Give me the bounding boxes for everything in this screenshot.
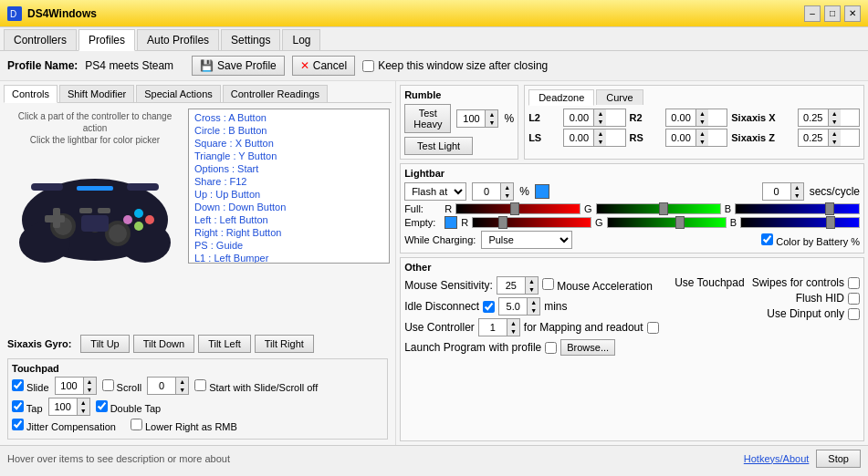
tab-shift-modifier[interactable]: Shift Modifier: [59, 85, 134, 102]
use-dinput-checkbox[interactable]: [848, 308, 860, 320]
sixaxis-z-spinbox[interactable]: ▲▼: [798, 129, 860, 147]
mouse-accel-label[interactable]: Mouse Acceleration: [542, 278, 653, 293]
sixaxis-z-input[interactable]: [799, 131, 828, 144]
controller-spinbox[interactable]: ▲▼: [478, 318, 520, 336]
color-by-battery-label[interactable]: Color by Battery %: [761, 233, 860, 247]
rumble-spin-down[interactable]: ▼: [485, 119, 497, 127]
sz-up[interactable]: ▲: [828, 129, 841, 138]
list-item[interactable]: PS : Guide: [191, 239, 387, 252]
tilt-up-button[interactable]: Tilt Up: [80, 335, 129, 353]
idle-disconnect-checkbox[interactable]: [483, 301, 495, 313]
tab-curve[interactable]: Curve: [596, 89, 643, 105]
jitter-checkbox-label[interactable]: Jitter Compensation: [12, 419, 116, 432]
tap-spinbox[interactable]: ▲ ▼: [48, 398, 90, 416]
maximize-button[interactable]: □: [824, 5, 841, 22]
ctrl-down[interactable]: ▼: [507, 327, 519, 336]
slide-value-input[interactable]: [56, 379, 83, 392]
ls-down[interactable]: ▼: [593, 138, 606, 146]
scroll-spin-up[interactable]: ▲: [175, 378, 188, 386]
list-item[interactable]: Left : Left Button: [191, 213, 387, 226]
mouse-accel-checkbox[interactable]: [542, 278, 554, 290]
sixaxis-x-input[interactable]: [799, 111, 828, 124]
mouse-sensitivity-spinbox[interactable]: ▲▼: [497, 276, 539, 295]
l2-spinbox[interactable]: ▲▼: [563, 109, 625, 127]
test-light-button[interactable]: Test Light: [404, 137, 473, 155]
sx-up[interactable]: ▲: [828, 109, 841, 118]
hotkeys-link[interactable]: Hotkeys/About: [744, 453, 810, 464]
flash-value-input[interactable]: [473, 185, 500, 198]
tab-special-actions[interactable]: Special Actions: [136, 85, 221, 102]
double-tap-label[interactable]: Double Tap: [96, 400, 162, 414]
start-scroll-label[interactable]: Start with Slide/Scroll off: [194, 379, 318, 393]
secs-down[interactable]: ▼: [790, 191, 803, 200]
full-b-slider[interactable]: [735, 203, 860, 214]
secs-up[interactable]: ▲: [790, 183, 803, 191]
tilt-down-button[interactable]: Tilt Down: [133, 335, 194, 353]
controller-value-input[interactable]: [479, 321, 507, 334]
jitter-checkbox[interactable]: [12, 419, 24, 430]
l2-up[interactable]: ▲: [593, 109, 606, 118]
l2-input[interactable]: [564, 111, 593, 124]
empty-g-slider[interactable]: [607, 217, 727, 228]
empty-color-box[interactable]: [444, 216, 457, 229]
secs-spinbox[interactable]: ▲▼: [762, 182, 804, 201]
minimize-button[interactable]: –: [804, 5, 821, 22]
tab-controls[interactable]: Controls: [4, 85, 58, 103]
r2-up[interactable]: ▲: [695, 109, 708, 118]
use-touchpad-checkbox[interactable]: [848, 277, 860, 289]
tilt-left-button[interactable]: Tilt Left: [198, 335, 251, 353]
rs-spinbox[interactable]: ▲▼: [665, 129, 727, 147]
r2-down[interactable]: ▼: [695, 118, 708, 126]
double-tap-checkbox[interactable]: [96, 400, 108, 412]
list-item[interactable]: Circle : B Button: [191, 124, 387, 137]
mouse-sensitivity-input[interactable]: [497, 279, 525, 292]
keep-size-checkbox[interactable]: [362, 60, 374, 72]
flash-up[interactable]: ▲: [500, 183, 513, 191]
browse-button[interactable]: Browse...: [560, 339, 615, 356]
flash-color-box[interactable]: [535, 184, 549, 199]
scroll-checkbox-label[interactable]: Scroll: [102, 379, 142, 393]
tap-value-input[interactable]: [49, 400, 77, 413]
tab-deadzone[interactable]: Deadzone: [528, 89, 594, 106]
full-g-slider[interactable]: [596, 203, 721, 214]
idle-up[interactable]: ▲: [527, 298, 539, 306]
sz-down[interactable]: ▼: [828, 138, 841, 146]
stop-button[interactable]: Stop: [816, 450, 861, 468]
slide-checkbox[interactable]: [12, 379, 24, 391]
buttons-list[interactable]: Cross : A ButtonCircle : B ButtonSquare …: [188, 109, 390, 264]
ctrl-up[interactable]: ▲: [507, 319, 519, 327]
r2-spinbox[interactable]: ▲▼: [665, 109, 727, 127]
list-item[interactable]: Right : Right Button: [191, 226, 387, 239]
full-r-slider[interactable]: [455, 203, 580, 214]
tilt-right-button[interactable]: Tilt Right: [255, 335, 314, 353]
rumble-value-input[interactable]: [457, 112, 485, 125]
lower-right-checkbox[interactable]: [131, 419, 142, 430]
scroll-checkbox[interactable]: [102, 379, 114, 391]
slide-spin-down[interactable]: ▼: [83, 386, 96, 394]
ms-up[interactable]: ▲: [525, 277, 538, 285]
tab-profiles[interactable]: Profiles: [78, 29, 135, 51]
ls-up[interactable]: ▲: [593, 129, 606, 138]
list-item[interactable]: Cross : A Button: [191, 111, 387, 124]
idle-value-input[interactable]: [499, 300, 527, 313]
list-item[interactable]: L1 : Left Bumper: [191, 252, 387, 264]
rs-input[interactable]: [666, 131, 695, 144]
r2-input[interactable]: [666, 111, 695, 124]
tap-checkbox-label[interactable]: Tap: [12, 400, 43, 414]
rumble-spin-up[interactable]: ▲: [485, 110, 497, 119]
flash-spinbox[interactable]: ▲▼: [472, 182, 514, 201]
tab-auto-profiles[interactable]: Auto Profiles: [137, 29, 219, 50]
cancel-button[interactable]: ✕ Cancel: [292, 56, 355, 76]
launch-program-checkbox[interactable]: [545, 342, 557, 354]
list-item[interactable]: Down : Down Button: [191, 201, 387, 213]
list-item[interactable]: Triangle : Y Button: [191, 150, 387, 162]
for-mapping-checkbox[interactable]: [647, 322, 659, 334]
save-profile-button[interactable]: 💾 Save Profile: [192, 56, 285, 76]
ms-down[interactable]: ▼: [525, 285, 538, 294]
scroll-value-input[interactable]: [148, 379, 175, 392]
tap-spin-down[interactable]: ▼: [77, 407, 89, 415]
flash-down[interactable]: ▼: [500, 191, 513, 200]
test-heavy-button[interactable]: Test Heavy: [404, 104, 451, 133]
sx-down[interactable]: ▼: [828, 118, 841, 126]
rs-down[interactable]: ▼: [695, 138, 708, 146]
